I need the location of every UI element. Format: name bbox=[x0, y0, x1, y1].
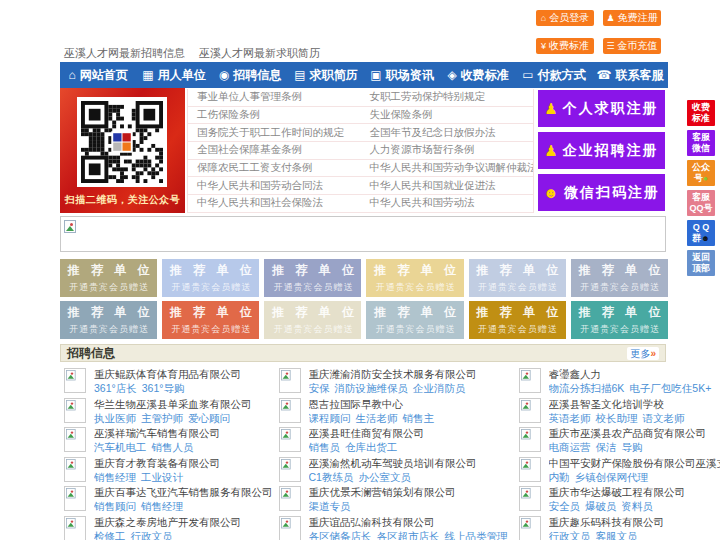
nav-career-news[interactable]: ▣职场资讯 bbox=[364, 62, 440, 88]
side-qq-group[interactable]: Q Q群☻ bbox=[687, 220, 715, 246]
job-position-link[interactable]: 英语老师 bbox=[549, 412, 591, 424]
wechat-register-button[interactable]: ☻微信扫码注册 bbox=[538, 174, 665, 211]
job-position-link[interactable]: 汽车机电工 bbox=[94, 441, 147, 453]
job-position-link[interactable]: 执业医师 bbox=[94, 412, 136, 424]
recommended-unit-tile[interactable]: 推 荐 单 位 开通贵宾会员赠送 bbox=[366, 301, 463, 339]
law-link[interactable]: 中华人民共和国劳动法 bbox=[361, 196, 534, 210]
recommended-unit-tile[interactable]: 推 荐 单 位 开通贵宾会员赠送 bbox=[571, 301, 668, 339]
company-name-link[interactable]: 重庆育才教育装备有限公司 bbox=[94, 456, 273, 471]
law-link[interactable]: 全国社会保障基金条例 bbox=[188, 143, 361, 157]
company-name-link[interactable]: 重庆趣乐码科技有限公司 bbox=[549, 515, 720, 530]
law-link[interactable]: 国务院关于职工工作时间的规定 bbox=[188, 126, 361, 140]
company-logo-placeholder[interactable] bbox=[64, 516, 86, 540]
job-position-link[interactable]: 内勤 bbox=[549, 471, 570, 483]
job-position-link[interactable]: 课程顾问 bbox=[309, 412, 351, 424]
company-name-link[interactable]: 重庆谊品弘渝科技有限公司 bbox=[309, 515, 513, 530]
job-position-link[interactable]: 爆破员 bbox=[585, 500, 617, 512]
job-position-link[interactable]: 企业消防员 bbox=[413, 382, 466, 394]
recommended-unit-tile[interactable]: 推 荐 单 位 开通贵宾会员赠送 bbox=[571, 259, 668, 297]
company-logo-placeholder[interactable] bbox=[64, 457, 86, 482]
company-logo-placeholder[interactable] bbox=[279, 398, 301, 423]
job-position-link[interactable]: 销售主 bbox=[403, 412, 435, 424]
job-position-link[interactable]: 电商运营 bbox=[549, 441, 591, 453]
nav-payment[interactable]: ▭付款方式 bbox=[516, 62, 592, 88]
company-logo-placeholder[interactable] bbox=[519, 427, 541, 452]
job-position-link[interactable]: 仓库出货工 bbox=[345, 441, 398, 453]
company-logo-placeholder[interactable] bbox=[519, 368, 541, 393]
job-position-link[interactable]: 行政文员 bbox=[549, 530, 591, 540]
job-position-link[interactable]: 361°店长 bbox=[94, 382, 137, 394]
job-position-link[interactable]: 客服文员 bbox=[596, 530, 638, 540]
company-logo-placeholder[interactable] bbox=[519, 486, 541, 511]
job-position-link[interactable]: 电子厂包吃住5K+ bbox=[629, 382, 711, 394]
company-name-link[interactable]: 恩吉拉国际早教中心 bbox=[309, 397, 513, 412]
job-position-link[interactable]: 保洁 bbox=[596, 441, 617, 453]
job-position-link[interactable]: 销售经理 bbox=[141, 500, 183, 512]
law-link[interactable]: 全国年节及纪念日放假办法 bbox=[361, 126, 534, 140]
law-link[interactable]: 保障农民工工资支付条例 bbox=[188, 161, 361, 175]
side-official-account[interactable]: 公众号● bbox=[687, 160, 715, 186]
latest-jobs-link[interactable]: 巫溪人才网最新招聘信息 bbox=[64, 47, 185, 59]
nav-contact-service[interactable]: ☎联系客服 bbox=[592, 62, 668, 88]
job-position-link[interactable]: 渠道专员 bbox=[309, 500, 351, 512]
job-position-link[interactable]: 线上品类管理 bbox=[445, 530, 508, 540]
law-link[interactable]: 失业保险条例 bbox=[361, 108, 534, 122]
company-logo-placeholder[interactable] bbox=[64, 427, 86, 452]
company-logo-placeholder[interactable] bbox=[519, 398, 541, 423]
job-position-link[interactable]: 导购 bbox=[622, 441, 643, 453]
company-name-link[interactable]: 华兰生物巫溪县单采血浆有限公司 bbox=[94, 397, 273, 412]
law-link[interactable]: 工伤保险条例 bbox=[188, 108, 361, 122]
recommended-unit-tile[interactable]: 推 荐 单 位 开通贵宾会员赠送 bbox=[60, 259, 157, 297]
company-name-link[interactable]: 巫溪县智圣文化培训学校 bbox=[549, 397, 720, 412]
company-name-link[interactable]: 重庆鲲跃体育体育用品有限公司 bbox=[94, 367, 273, 382]
job-position-link[interactable]: 校长助理 bbox=[596, 412, 638, 424]
side-fee-standard[interactable]: 收费标准 bbox=[687, 100, 715, 126]
company-logo-placeholder[interactable] bbox=[64, 368, 86, 393]
company-logo-placeholder[interactable] bbox=[64, 486, 86, 511]
recommended-unit-tile[interactable]: 推 荐 单 位 开通贵宾会员赠送 bbox=[162, 259, 259, 297]
law-link[interactable]: 中华人民共和国社会保险法 bbox=[188, 196, 361, 210]
recommended-unit-tile[interactable]: 推 荐 单 位 开通贵宾会员赠送 bbox=[60, 301, 157, 339]
company-logo-placeholder[interactable] bbox=[279, 457, 301, 482]
company-logo-placeholder[interactable] bbox=[64, 398, 86, 423]
company-logo-placeholder[interactable] bbox=[279, 368, 301, 393]
coin-recharge-button[interactable]: ☰金币充值 bbox=[603, 38, 661, 54]
more-link[interactable]: 更多» bbox=[627, 347, 659, 360]
job-position-link[interactable]: 各区超市店长 bbox=[377, 530, 440, 540]
company-name-link[interactable]: 巫溪渝然机动车驾驶员培训有限公司 bbox=[309, 456, 513, 471]
law-link[interactable]: 中华人民共和国劳动争议调解仲裁法 bbox=[361, 161, 534, 175]
company-name-link[interactable]: 重庆优景禾澜营销策划有限公司 bbox=[309, 485, 513, 500]
company-name-link[interactable]: 中国平安财产保险股份有限公司巫溪支公司 bbox=[549, 456, 720, 471]
job-position-link[interactable]: 销售顾问 bbox=[94, 500, 136, 512]
nav-fee-standard[interactable]: ◈收费标准 bbox=[440, 62, 516, 88]
nav-home[interactable]: ⌂网站首页 bbox=[60, 62, 136, 88]
law-link[interactable]: 女职工劳动保护特别规定 bbox=[361, 90, 534, 104]
company-logo-placeholder[interactable] bbox=[519, 457, 541, 482]
job-position-link[interactable]: 物流分拣扫描6K bbox=[549, 382, 625, 394]
job-position-link[interactable]: 语文老师 bbox=[643, 412, 685, 424]
nav-job-info[interactable]: ◉招聘信息 bbox=[212, 62, 288, 88]
recommended-unit-tile[interactable]: 推 荐 单 位 开通贵宾会员赠送 bbox=[162, 301, 259, 339]
company-logo-placeholder[interactable] bbox=[519, 516, 541, 540]
company-name-link[interactable]: 巫溪县旺佳商贸有限公司 bbox=[309, 426, 513, 441]
company-name-link[interactable]: 重庆百事达飞亚汽车销售服务有限公司 bbox=[94, 485, 273, 500]
job-position-link[interactable]: 销售员 bbox=[309, 441, 341, 453]
nav-employers[interactable]: ▦用人单位 bbox=[136, 62, 212, 88]
recommended-unit-tile[interactable]: 推 荐 单 位 开通贵宾会员赠送 bbox=[264, 259, 361, 297]
law-link[interactable]: 中华人民共和国劳动合同法 bbox=[188, 179, 361, 193]
job-position-link[interactable]: 361°导购 bbox=[142, 382, 185, 394]
company-logo-placeholder[interactable] bbox=[279, 427, 301, 452]
company-name-link[interactable]: 重庆市巫溪县农产品商贸有限公司 bbox=[549, 426, 720, 441]
job-position-link[interactable]: 销售人员 bbox=[152, 441, 194, 453]
company-name-link[interactable]: 睿璗鑫人力 bbox=[549, 367, 720, 382]
law-link[interactable]: 事业单位人事管理条例 bbox=[188, 90, 361, 104]
job-position-link[interactable]: 销售经理 bbox=[94, 471, 136, 483]
personal-register-button[interactable]: ♟个人求职注册 bbox=[538, 90, 665, 127]
law-link[interactable]: 人力资源市场暂行条例 bbox=[361, 143, 534, 157]
company-register-button[interactable]: ♟企业招聘注册 bbox=[538, 132, 665, 169]
recommended-unit-tile[interactable]: 推 荐 单 位 开通贵宾会员赠送 bbox=[366, 259, 463, 297]
job-position-link[interactable]: 行政文员 bbox=[131, 530, 173, 540]
recommended-unit-tile[interactable]: 推 荐 单 位 开通贵宾会员赠送 bbox=[264, 301, 361, 339]
job-position-link[interactable]: 消防设施维保员 bbox=[335, 382, 409, 394]
job-position-link[interactable]: 资料员 bbox=[622, 500, 654, 512]
